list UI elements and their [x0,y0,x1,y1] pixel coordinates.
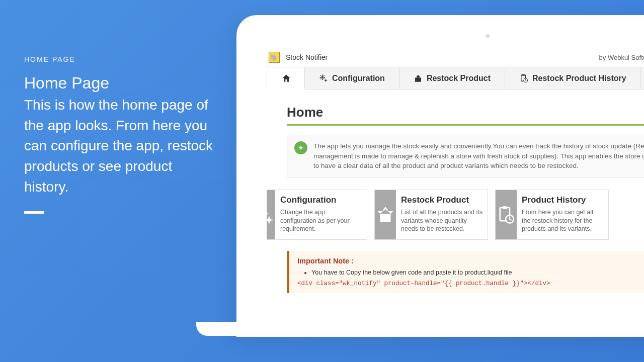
promo-description: This is how the home page of the app loo… [24,95,215,197]
card-desc: List of all the products and its variant… [401,208,482,234]
nav-label: Configuration [332,74,385,83]
device-base [196,322,644,336]
svg-rect-10 [503,206,507,209]
card-desc: From here you can get all the restock hi… [522,208,603,234]
card-history[interactable]: Product History From here you can get al… [495,190,609,240]
card-title: Product History [522,195,603,205]
promo-left-panel: HOME PAGE Home Page This is how the home… [24,55,215,214]
app-name: Stock Notifier [286,53,328,61]
home-icon [281,73,290,82]
promo-title: Home Page [24,72,215,94]
svg-rect-8 [380,214,391,222]
card-restock[interactable]: Restock Product List of all the products… [374,190,488,240]
app-logo-icon: 🐘 [269,52,280,63]
gears-icon [319,74,328,83]
svg-rect-4 [522,74,525,75]
svg-rect-2 [415,77,421,81]
app-header: 🐘 Stock Notifier by Webkul Software Pvt … [267,48,644,67]
card-desc: Change the app configuration as per your… [280,208,362,234]
cards-row: Configuration Change the app configurati… [267,190,644,240]
note-title: Important Note : [297,257,644,265]
important-note: Important Note : You have to Copy the be… [287,251,644,293]
note-code-snippet: <div class="wk_notify" product-handle="{… [297,280,644,287]
note-list: You have to Copy the below given code an… [311,269,644,276]
vendor-label: by Webkul Software Pvt Ltd [599,54,644,61]
divider-dash [24,211,44,214]
app-window: 🐘 Stock Notifier by Webkul Software Pvt … [267,48,644,332]
clipboard-clock-icon [519,74,528,83]
nav-label: Restock Product History [532,74,626,83]
page-body: Home ✦ The app lets you manage the stock… [267,89,644,298]
svg-point-1 [325,79,327,81]
card-configuration[interactable]: Configuration Change the app configurati… [267,190,367,240]
clipboard-history-icon [496,190,517,240]
nav-label: Restock Product [427,74,491,83]
box-arrow-icon [414,74,423,83]
nav-tab-home[interactable] [267,67,305,89]
eyebrow-label: HOME PAGE [24,55,215,63]
camera-dot [486,34,490,38]
note-bullet: You have to Copy the below given code an… [311,269,644,276]
card-title: Configuration [280,195,362,205]
nav-tab-configuration[interactable]: Configuration [305,67,399,89]
svg-point-0 [321,76,324,78]
main-navbar: Configuration Restock Product Restock Pr… [267,67,644,89]
nav-tab-restock[interactable]: Restock Product [399,67,505,89]
info-text: The app lets you manage the stock easily… [313,141,644,171]
card-title: Restock Product [401,195,482,205]
page-title: Home [287,105,644,126]
pin-icon: ✦ [294,141,307,154]
nav-tab-history[interactable]: Restock Product History [505,67,641,89]
info-alert: ✦ The app lets you manage the stock easi… [287,135,644,177]
open-box-icon [375,190,396,240]
gears-large-icon [267,190,275,240]
device-frame: 🐘 Stock Notifier by Webkul Software Pvt … [236,15,644,337]
